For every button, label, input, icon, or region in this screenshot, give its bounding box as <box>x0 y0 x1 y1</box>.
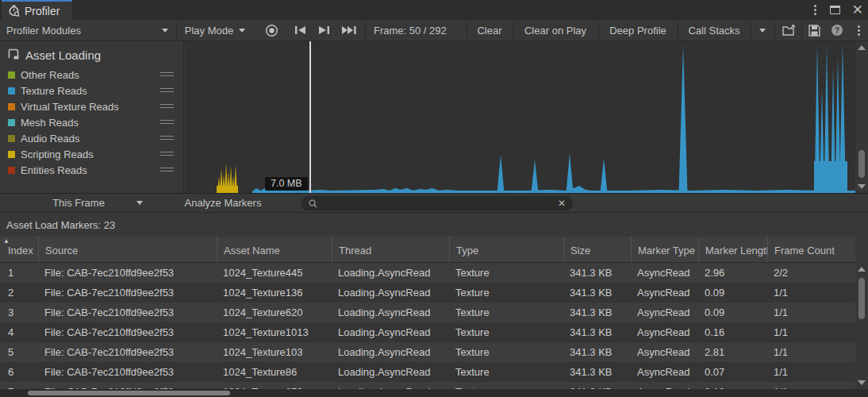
column-header-label: Asset Name <box>224 245 280 256</box>
legend-label: Scripting Reads <box>21 148 94 160</box>
table-vertical-scrollbar[interactable] <box>855 263 868 389</box>
horizontal-scrollbar[interactable] <box>0 389 868 397</box>
column-header-source[interactable]: Source <box>38 237 217 262</box>
cell-frame-count: 1/1 <box>767 382 855 389</box>
legend-color-chip <box>8 167 15 174</box>
cell-index: 7 <box>0 382 38 389</box>
legend-item-mesh-reads[interactable]: Mesh Reads <box>0 114 183 130</box>
record-icon <box>265 24 278 37</box>
column-header-label: Type <box>456 245 478 256</box>
selected-frame-line[interactable] <box>309 41 311 193</box>
table-row[interactable]: 6File: CAB-7ec210ffd9ee2f531024_Texture8… <box>0 362 855 382</box>
frame-mode-dropdown[interactable]: This Frame <box>0 194 151 212</box>
help-button[interactable]: ? <box>827 20 847 40</box>
frame-counter: Frame: 50 / 292 <box>374 20 447 40</box>
column-header-label: Source <box>45 245 78 256</box>
module-title: Asset Loading <box>25 48 101 62</box>
clear-search-icon[interactable]: ✕ <box>558 198 566 208</box>
current-frame-button[interactable] <box>338 20 360 40</box>
record-button[interactable] <box>262 20 281 40</box>
maximize-icon[interactable] <box>830 6 840 14</box>
table-body: 1File: CAB-7ec210ffd9ee2f531024_Texture4… <box>0 263 855 389</box>
toolbar-menu-icon[interactable] <box>851 20 866 40</box>
profiler-modules-label: Profiler Modules <box>6 25 81 37</box>
column-header-type[interactable]: Type <box>449 237 563 262</box>
close-icon[interactable]: ✕ <box>852 3 863 17</box>
scroll-up-icon[interactable] <box>855 264 868 275</box>
legend-item-entities-reads[interactable]: Entities Reads <box>0 162 183 178</box>
cell-index: 3 <box>0 303 38 322</box>
drag-handle-icon[interactable] <box>160 136 174 140</box>
cell-marker-length: 0.12 <box>698 382 767 389</box>
scroll-down-icon[interactable] <box>855 181 868 192</box>
table-row[interactable]: 2File: CAB-7ec210ffd9ee2f531024_Texture1… <box>0 283 855 303</box>
drag-handle-icon[interactable] <box>160 88 174 92</box>
column-header-size[interactable]: Size <box>563 237 631 262</box>
first-frame-button[interactable] <box>290 20 309 40</box>
load-profile-button[interactable] <box>778 20 801 40</box>
next-frame-button[interactable] <box>314 20 333 40</box>
drag-handle-icon[interactable] <box>160 120 174 124</box>
column-header-thread[interactable]: Thread <box>332 237 449 262</box>
asset-load-markers-count: Asset Load Markers: 23 <box>6 219 115 231</box>
play-mode-dropdown[interactable]: Play Mode <box>181 20 249 40</box>
tab-profiler[interactable]: Profiler <box>2 0 72 20</box>
legend-item-virtual-texture-reads[interactable]: Virtual Texture Reads <box>0 98 183 114</box>
column-header-marker-length[interactable]: Marker Length <box>698 237 767 262</box>
table-row[interactable]: 5File: CAB-7ec210ffd9ee2f531024_Texture1… <box>0 342 855 362</box>
table-row[interactable]: 1File: CAB-7ec210ffd9ee2f531024_Texture4… <box>0 263 855 283</box>
search-input[interactable] <box>322 198 558 209</box>
table-scrollbar-thumb[interactable] <box>858 278 865 319</box>
legend-item-other-reads[interactable]: Other Reads <box>0 67 183 83</box>
cell-asset-name: 1024_Texture1013 <box>217 322 332 342</box>
column-header-marker-type[interactable]: Marker Type <box>631 237 698 262</box>
call-stacks-label: Call Stacks <box>688 25 739 37</box>
help-icon: ? <box>831 24 843 37</box>
profiler-modules-dropdown[interactable]: Profiler Modules <box>0 20 176 40</box>
drag-handle-icon[interactable] <box>160 104 174 108</box>
skip-to-first-frame-icon <box>295 25 305 35</box>
cell-source: File: CAB-7ec210ffd9ee2f53 <box>38 382 217 389</box>
window-menu-icon[interactable] <box>812 3 818 17</box>
details-toolbar: This Frame Analyze Markers ✕ <box>0 193 868 213</box>
table-row[interactable]: 4File: CAB-7ec210ffd9ee2f531024_Texture1… <box>0 322 855 342</box>
cell-source: File: CAB-7ec210ffd9ee2f53 <box>38 362 217 382</box>
legend-label: Audio Reads <box>21 133 79 145</box>
profiler-stopwatch-icon <box>8 5 20 17</box>
clear-on-play-button[interactable]: Clear on Play <box>513 20 598 40</box>
asset-loading-chart[interactable]: 7.0 MB <box>185 41 855 193</box>
deep-profile-button[interactable]: Deep Profile <box>598 20 678 40</box>
drag-handle-icon[interactable] <box>160 168 174 172</box>
legend-item-texture-reads[interactable]: Texture Reads <box>0 83 183 98</box>
search-field[interactable]: ✕ <box>301 196 573 210</box>
call-stacks-dropdown[interactable] <box>751 20 774 40</box>
table-row[interactable]: 7File: CAB-7ec210ffd9ee2f531024_Texture6… <box>0 382 855 389</box>
scroll-down-icon[interactable] <box>855 377 868 388</box>
cell-thread: Loading.AsyncRead <box>332 303 449 322</box>
chevron-down-icon <box>162 29 168 33</box>
call-stacks-button[interactable]: Call Stacks <box>678 20 751 40</box>
table-row[interactable]: 3File: CAB-7ec210ffd9ee2f531024_Texture6… <box>0 303 855 322</box>
chart-scrollbar-thumb[interactable] <box>858 150 865 178</box>
clear-button[interactable]: Clear <box>467 20 513 40</box>
legend-item-audio-reads[interactable]: Audio Reads <box>0 130 183 146</box>
save-profile-button[interactable] <box>803 20 825 40</box>
column-header-frame-count[interactable]: Frame Count <box>767 237 855 262</box>
scroll-up-icon[interactable] <box>855 42 868 53</box>
chart-vertical-scrollbar[interactable] <box>855 41 868 193</box>
column-header-index[interactable]: ▲Index <box>0 237 38 262</box>
cell-index: 5 <box>0 342 38 362</box>
column-header-asset-name[interactable]: Asset Name <box>217 237 332 262</box>
cell-thread: Loading.AsyncRead <box>332 322 449 342</box>
drag-handle-icon[interactable] <box>160 72 174 76</box>
profiler-window: Profiler ✕ Profiler Modules Play Mode <box>0 0 868 397</box>
svg-text:?: ? <box>835 26 839 35</box>
analyze-markers-button[interactable]: Analyze Markers <box>151 194 295 212</box>
table-header: ▲IndexSourceAsset NameThreadTypeSizeMark… <box>0 237 855 263</box>
drag-handle-icon[interactable] <box>160 152 174 156</box>
cell-size: 341.3 KB <box>563 362 631 382</box>
horizontal-scrollbar-thumb[interactable] <box>28 391 230 395</box>
legend-item-scripting-reads[interactable]: Scripting Reads <box>0 146 183 162</box>
module-header[interactable]: Asset Loading <box>0 41 183 64</box>
cell-thread: Loading.AsyncRead <box>332 283 449 303</box>
